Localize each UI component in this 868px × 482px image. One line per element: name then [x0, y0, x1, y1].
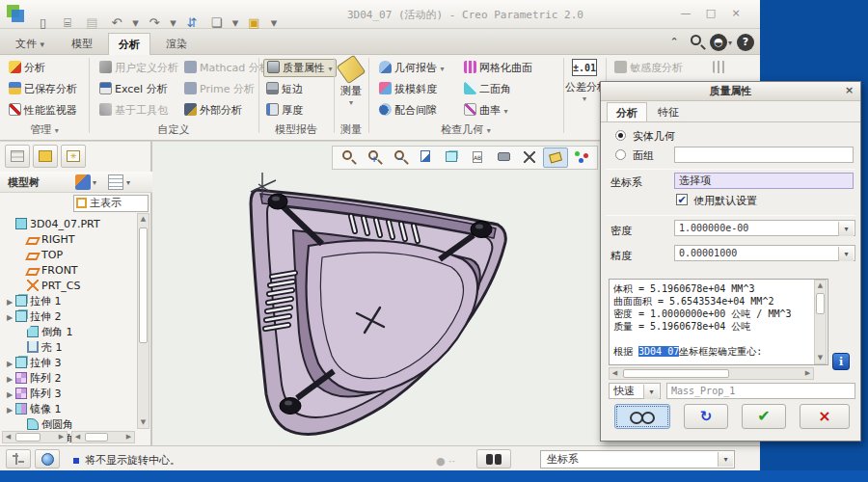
quick-mode-dropdown-icon[interactable]: ▾: [643, 385, 659, 399]
density-combobox[interactable]: 1.000000e-00 ▾: [674, 220, 855, 236]
close-button[interactable]: ×: [725, 6, 746, 21]
tree-item-top-plane[interactable]: TOP: [15, 248, 63, 263]
tab-render[interactable]: 渲染: [156, 33, 197, 55]
tree-item-shell-1[interactable]: 壳 1: [15, 340, 63, 356]
tree-item-pattern-3[interactable]: ▶阵列 3: [4, 387, 62, 402]
use-default-checkbox[interactable]: ✔: [676, 194, 688, 205]
density-dropdown-icon[interactable]: ▾: [838, 222, 854, 236]
csys-collector-field[interactable]: 选择项: [674, 173, 854, 189]
tree-item-mirror-1[interactable]: ▶镜像 1: [4, 402, 62, 417]
group-manage[interactable]: 管理 ▾: [0, 122, 89, 138]
selection-filter-dropdown[interactable]: 坐标系 ▾: [540, 450, 735, 469]
scroll-left-icon[interactable]: ◀: [72, 432, 83, 442]
tree-item-chamfer-1[interactable]: 倒角 1: [15, 325, 73, 340]
toolkit-based-button[interactable]: 基于工具包: [96, 102, 171, 120]
scrollbar-thumb[interactable]: [816, 293, 825, 314]
scroll-up-icon[interactable]: ▲: [138, 214, 149, 225]
creo-logo-icon[interactable]: [6, 4, 25, 23]
scroll-down-icon[interactable]: ▼: [815, 353, 826, 363]
display-style-button[interactable]: [439, 147, 464, 168]
scroll-left-icon[interactable]: ◀: [610, 368, 620, 379]
tree-item-extrude-3[interactable]: ▶拉伸 3: [4, 356, 62, 371]
disabled-ribbon-icon-button[interactable]: [710, 60, 731, 78]
thickness-button[interactable]: 厚度: [263, 102, 306, 120]
find-button[interactable]: [476, 449, 511, 469]
dialog-tab-analysis[interactable]: 分析: [607, 102, 647, 122]
help-button[interactable]: ?: [737, 34, 754, 51]
measure-button[interactable]: 测量 ▾: [335, 59, 367, 107]
accuracy-combobox[interactable]: 0.00001000 ▾: [674, 245, 855, 261]
quilt-collector-field[interactable]: [674, 147, 854, 163]
navtab-model-tree[interactable]: [5, 145, 30, 168]
tree-filters-dropdown-icon[interactable]: ▾: [93, 178, 96, 187]
repeat-button[interactable]: ↻: [684, 404, 728, 429]
tree-filters-button[interactable]: [75, 174, 91, 190]
results-horizontal-scrollbar[interactable]: ◀ ▶: [609, 367, 814, 380]
expand-icon[interactable]: ▶: [4, 388, 15, 402]
account-button[interactable]: ◓: [710, 34, 727, 51]
tab-model[interactable]: 模型: [62, 33, 102, 55]
scroll-right-icon[interactable]: ▶: [56, 432, 67, 442]
info-button[interactable]: i: [832, 353, 850, 370]
toggle-navigator-button[interactable]: [6, 449, 31, 469]
mesh-surface-button[interactable]: 网格化曲面: [461, 60, 535, 78]
user-defined-analysis-button[interactable]: 用户定义分析: [96, 60, 181, 78]
scroll-right-icon[interactable]: ▶: [802, 368, 813, 379]
saved-views-button[interactable]: AB: [465, 147, 490, 168]
expand-icon[interactable]: ▶: [4, 372, 15, 387]
tree-item-part[interactable]: 3D04_07.PRT: [4, 217, 100, 232]
analysis-name-field[interactable]: Mass_Prop_1: [666, 383, 855, 399]
tree-item-csys[interactable]: PRT_CS: [15, 279, 80, 294]
selection-filter-dropdown-icon[interactable]: ▾: [718, 452, 733, 467]
annotation-display-button[interactable]: [543, 147, 568, 168]
tree-settings-button[interactable]: [108, 174, 123, 190]
saved-analysis-button[interactable]: 已保存分析: [6, 81, 80, 99]
expand-icon[interactable]: ▶: [4, 357, 15, 371]
clearance-button[interactable]: 配合间隙: [376, 102, 440, 120]
group-inspect[interactable]: 检查几何 ▾: [368, 122, 563, 138]
datum-display-button[interactable]: [517, 147, 542, 168]
sensitivity-analysis-button[interactable]: 敏感度分析: [611, 60, 686, 78]
tree-item-front-plane[interactable]: FRONT: [15, 263, 78, 279]
tree-horizontal-scrollbar-2[interactable]: ◀ ▶: [71, 431, 135, 443]
quick-mode-dropdown[interactable]: 快速 ▾: [609, 383, 661, 399]
excel-analysis-button[interactable]: Excel 分析: [96, 81, 171, 99]
mass-properties-button[interactable]: 质量属性 ▾: [263, 59, 337, 77]
dialog-title-bar[interactable]: 质量属性: [601, 82, 860, 101]
tree-item-pattern-2[interactable]: ▶阵列 2: [4, 371, 62, 387]
results-textbox[interactable]: 体积 = 5.1960678e+04 MM^3 曲面面积 = 5.6543534…: [609, 279, 828, 365]
scroll-left-icon[interactable]: ◀: [3, 432, 14, 442]
dialog-tab-feature[interactable]: 特征: [649, 102, 688, 122]
repaint-button[interactable]: [413, 147, 438, 168]
refit-button[interactable]: [335, 147, 360, 168]
navtab-folder-browser[interactable]: [33, 145, 58, 168]
scrollbar-thumb[interactable]: [139, 228, 148, 343]
tree-vertical-scrollbar[interactable]: ▲ ▼: [137, 213, 149, 429]
dihedral-angle-button[interactable]: 二面角: [461, 81, 514, 99]
navtab-favorites[interactable]: ✳: [61, 145, 86, 168]
tree-item-extrude-1[interactable]: ▶拉伸 1: [4, 294, 62, 309]
geometry-report-button[interactable]: 几何报告 ▾: [376, 60, 448, 78]
zoom-in-button[interactable]: +: [361, 147, 386, 168]
tree-item-right-plane[interactable]: RIGHT: [15, 232, 74, 248]
short-edge-button[interactable]: 短边: [263, 81, 306, 99]
ok-button[interactable]: ✔: [742, 404, 786, 429]
minimize-button[interactable]: —: [675, 6, 696, 21]
restore-button[interactable]: □: [700, 6, 721, 21]
dialog-close-button[interactable]: ×: [841, 84, 857, 98]
prime-analysis-button[interactable]: Prime 分析: [181, 81, 258, 99]
tree-horizontal-scrollbar[interactable]: ◀ ▶: [2, 431, 68, 443]
cancel-button[interactable]: ×: [800, 404, 850, 429]
search-button[interactable]: [687, 34, 704, 51]
analysis-button[interactable]: 分析: [6, 60, 48, 78]
scroll-down-icon[interactable]: ▼: [138, 417, 149, 428]
tolerance-analysis-button[interactable]: ±.01 公差分析 ▾: [565, 59, 604, 103]
scroll-up-icon[interactable]: ▲: [815, 281, 826, 291]
external-analysis-button[interactable]: 外部分析: [181, 102, 245, 120]
expand-icon[interactable]: ▶: [4, 403, 15, 417]
curvature-button[interactable]: 曲率 ▾: [461, 102, 511, 120]
tab-file[interactable]: 文件 ▾: [6, 33, 54, 55]
zoom-out-button[interactable]: −: [387, 147, 412, 168]
account-dropdown-icon[interactable]: ▾: [728, 39, 732, 47]
scroll-right-icon[interactable]: ▶: [123, 432, 134, 442]
